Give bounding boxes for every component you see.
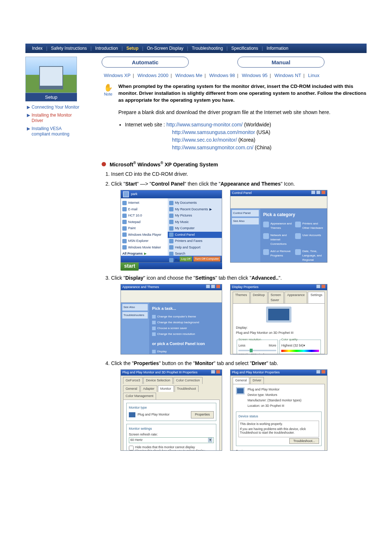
tab-driver[interactable]: Driver (250, 377, 264, 384)
close-icon[interactable] (321, 284, 326, 288)
monitor-icon (129, 412, 135, 417)
bullet-icon (102, 162, 106, 166)
tab-manual[interactable]: Manual (237, 57, 324, 68)
window-title: Appearance and Themes (122, 285, 159, 290)
window-title: Control Panel (232, 191, 252, 196)
website-link[interactable]: http://www.samsungmonitor.com.cn/ (172, 145, 253, 150)
website-region: (Worldwide) (244, 122, 271, 127)
arrow-icon: ▶ (27, 105, 30, 110)
tab-screensaver[interactable]: Screen Saver (268, 292, 284, 303)
help-icon (169, 245, 173, 250)
close-icon[interactable] (216, 370, 220, 374)
os-link-nt[interactable]: Windows NT (272, 73, 303, 78)
website-region: (USA) (257, 129, 270, 135)
sidebar-item-vesa[interactable]: ▶ Installing VESA compliant mounting (27, 125, 80, 138)
nav-specs[interactable]: Specifications (228, 46, 262, 51)
close-icon[interactable] (321, 370, 326, 374)
minimize-icon[interactable] (206, 284, 210, 288)
nav-osd[interactable]: On-Screen Display (143, 46, 187, 51)
sidebar-item-label: Connecting Your Monitor (32, 105, 79, 110)
nav-troubleshooting[interactable]: Troubleshooting (188, 46, 226, 51)
app-icon (122, 232, 127, 237)
refresh-rate-select[interactable]: 60 Hertz▾ (129, 437, 214, 443)
help-icon[interactable] (316, 370, 320, 374)
tab-monitor[interactable]: Monitor (158, 385, 174, 392)
website-link[interactable]: http://www.samsungusa.com/monitor (172, 129, 255, 135)
step-3: Click "Display" icon and choose the "Set… (111, 274, 367, 355)
tab-settings[interactable]: Settings (308, 292, 325, 303)
screenshot-control-panel: Control Panel Control Panel See Also (230, 190, 327, 263)
tab-general[interactable]: General (233, 377, 249, 384)
start-button[interactable]: start (121, 262, 139, 271)
sidebar-item-label: Installing the Monitor Driver (32, 113, 80, 124)
os-link-linux[interactable]: Linux (306, 73, 322, 78)
os-link-2000[interactable]: Windows 2000 (135, 73, 171, 78)
app-icon (122, 226, 127, 231)
search-icon (169, 252, 173, 256)
hide-modes-checkbox[interactable] (129, 446, 134, 450)
topnav: Index| Safety Instructions| Introduction… (25, 44, 367, 53)
os-link-me[interactable]: Windows Me (173, 73, 204, 78)
help-icon[interactable] (316, 284, 320, 288)
screenshot-display-properties: Display Properties Themes Desktop Screen… (230, 284, 327, 355)
os-link-98[interactable]: Windows 98 (207, 73, 237, 78)
pick-category-heading: Pick a category (263, 211, 324, 218)
tab-desktop[interactable]: Desktop (250, 292, 268, 303)
sidebar-item-connecting[interactable]: ▶ Connecting Your Monitor (27, 104, 80, 112)
sidebar-item-label: Installing VESA compliant mounting (32, 126, 80, 137)
control-panel-icon (169, 232, 173, 237)
step-4: Click the "Properties" button on the "Mo… (111, 360, 367, 451)
tab-themes[interactable]: Themes (233, 292, 250, 303)
run-icon (169, 258, 173, 262)
nav-safety[interactable]: Safety Instructions (47, 46, 90, 51)
website-link[interactable]: http://www.samsung-monitor.com/ (166, 122, 242, 127)
display-icon-link[interactable]: Display (152, 349, 219, 355)
tab-appearance[interactable]: Appearance (285, 292, 307, 303)
computer-icon (169, 226, 173, 231)
window-title: Plug and Play Monitor Properties (232, 370, 280, 375)
prepare-text: Prepare a blank disk and download the dr… (118, 109, 367, 116)
website-region: (China) (255, 145, 271, 150)
category-appearance[interactable]: Appearance and Themes (263, 222, 292, 230)
nav-info[interactable]: Information (263, 46, 292, 51)
window-title: Display Properties (232, 285, 258, 290)
turnoff-button[interactable]: Turn Off Computer (193, 256, 220, 262)
monitor-preview-icon (266, 307, 291, 323)
start-user: park (131, 192, 138, 197)
website-link[interactable]: http://www.sec.co.kr/monitor/ (172, 137, 237, 143)
step-1: Insert CD into the CD-ROM driver. (111, 170, 367, 178)
logoff-button[interactable]: Log Off (180, 256, 192, 262)
sidebar: Setup ▶ Connecting Your Monitor ▶ Instal… (25, 57, 80, 456)
help-icon[interactable] (211, 370, 215, 374)
nav-setup[interactable]: Setup (123, 46, 142, 51)
os-link-xp[interactable]: Windows XP (102, 73, 133, 78)
maximize-icon[interactable] (211, 284, 215, 288)
printer-icon (169, 239, 173, 243)
website-region: (Korea) (238, 137, 256, 143)
close-icon[interactable] (216, 284, 220, 288)
app-icon (122, 207, 127, 211)
app-icon (122, 239, 127, 243)
folder-icon (169, 207, 173, 211)
close-icon[interactable] (321, 190, 326, 194)
nav-index[interactable]: Index (28, 46, 46, 51)
monitor-icon (236, 387, 245, 394)
sidebar-title: Setup (25, 93, 77, 101)
os-link-95[interactable]: Windows 95 (240, 73, 270, 78)
maximize-icon[interactable] (316, 190, 320, 194)
nav-introduction[interactable]: Introduction (91, 46, 122, 51)
screenshot-pnp-monitor-properties: Plug and Play Monitor Properties General… (230, 369, 327, 451)
troubleshoot-button[interactable]: Troubleshoot... (289, 438, 319, 444)
minimize-icon[interactable] (311, 190, 315, 194)
avatar (123, 191, 129, 197)
note-text: When prompted by the operating system fo… (118, 83, 367, 104)
display-icon (152, 350, 156, 353)
sidebar-item-installing-driver[interactable]: ▶ Installing the Monitor Driver (27, 112, 80, 125)
start-item-control-panel[interactable]: Control Panel (168, 232, 222, 238)
main-content: Automatic Manual Windows XP| Windows 200… (80, 57, 367, 456)
color-quality-select[interactable]: Highest (32 bit)▾ (281, 343, 319, 348)
properties-button[interactable]: Properties (191, 411, 214, 418)
app-icon (122, 245, 127, 250)
tab-automatic[interactable]: Automatic (102, 57, 189, 68)
resolution-slider[interactable] (238, 350, 276, 351)
